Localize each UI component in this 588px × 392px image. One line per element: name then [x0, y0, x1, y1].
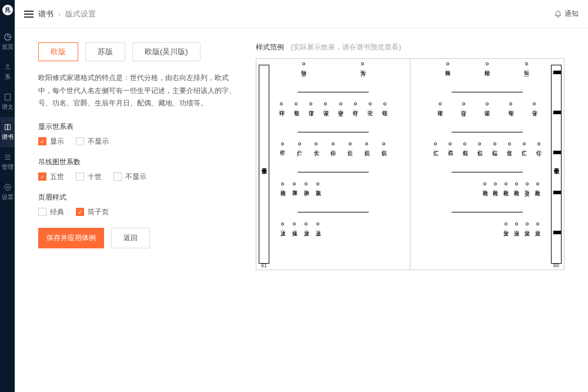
nav-label: 谱书 [2, 133, 14, 141]
checkbox-icon [113, 172, 122, 181]
menu-toggle-icon[interactable] [24, 11, 34, 18]
nav-overview[interactable]: 览页 [1, 27, 15, 57]
tree-person: 敦煌○○ [280, 182, 286, 192]
save-button[interactable]: 保存并应用体例 [38, 228, 104, 248]
format-tabs: 欧版苏版欧版(吴川版) [38, 42, 238, 61]
breadcrumb-current: 版式设置 [65, 9, 96, 19]
tree-person: 义矧○○ [524, 222, 530, 232]
preview-box: 宁公派下二十九世 知望○○知方○○守梣○○守魁○○守谋○○守诚○○守燮○○守灯○… [256, 58, 564, 270]
tree-person: 守咸○○ [437, 102, 443, 112]
tree-person: 仁大○○ [313, 142, 319, 152]
tree-person: 仁平○○ [279, 142, 285, 152]
checkbox-label: 不显示 [125, 172, 146, 182]
tree-person: 知楷○○ [485, 62, 490, 72]
tree-person: 知腾○○ [445, 62, 451, 72]
topbar: 谱书 › 版式设置 通知 [15, 0, 588, 28]
breadcrumb: 谱书 › 版式设置 [24, 9, 96, 19]
svg-point-1 [6, 65, 9, 67]
checkbox-option[interactable]: 显示 [38, 137, 64, 147]
checkbox-option[interactable]: 五世 [38, 172, 64, 182]
tree-person: 仁荫○○ [364, 142, 370, 152]
svg-point-4 [4, 184, 11, 191]
nav-label: 览页 [2, 43, 14, 51]
tree-person: 义冰○○ [280, 222, 286, 232]
tree-person: 义锋○○ [292, 222, 298, 232]
format-tab[interactable]: 欧版(吴川版) [132, 42, 201, 61]
pie-icon [4, 33, 12, 41]
page-number: 61 [261, 263, 267, 268]
tree-person: 守银○○ [508, 102, 514, 112]
tree-person: 守元○○ [367, 102, 373, 112]
format-description: 欧阳修式家谱格式的特点是：世代分格，由右向左排列，欧式中，每个世代人名左侧可有一… [38, 72, 238, 110]
tree-person: 敦梲○○ [493, 182, 499, 192]
generation-badge: 四十世 [553, 231, 562, 234]
checkbox-label: 显示 [50, 137, 64, 147]
svg-point-3 [6, 186, 9, 188]
notify-label: 通知 [564, 9, 579, 19]
settings-panel: 欧版苏版欧版(吴川版) 欧阳修式家谱格式的特点是：世代分格，由右向左排列，欧式中… [38, 42, 238, 378]
tree-person: 敦义○○ [524, 182, 530, 192]
tree-person: 仁荫○○ [381, 142, 387, 152]
nav-settings[interactable]: 设置 [1, 177, 15, 207]
tree-person: 守戚○○ [485, 102, 490, 112]
checkbox-label: 五世 [50, 172, 64, 182]
checkbox-label: 十世 [88, 172, 102, 182]
nav-text[interactable]: 谱文 [1, 87, 15, 117]
gear-icon [4, 183, 12, 191]
preview-title: 样式范例 [256, 43, 284, 51]
tree-person: 敦梲○○ [513, 182, 519, 192]
checkbox-option[interactable]: 筒子页 [76, 207, 109, 217]
nav-manage[interactable]: 管理 [1, 147, 15, 177]
checkbox-label: 经典 [50, 207, 64, 217]
option-line-count: 吊线图世系数 五世十世不显示 [38, 157, 238, 182]
nav-label: 谱文 [2, 103, 14, 111]
generation-badge: 三十七世 [553, 111, 562, 114]
tree-person: 仁汇○○ [433, 142, 439, 152]
breadcrumb-root[interactable]: 谱书 [38, 9, 54, 19]
option-show-generation: 显示世系表 显示不显示 [38, 122, 238, 147]
checkbox-option[interactable]: 十世 [76, 172, 102, 182]
tree-person: 敦伊○○ [303, 182, 309, 192]
nav-label: 系 [5, 73, 11, 81]
tree-person: 守钱○○ [382, 102, 387, 112]
breadcrumb-sep: › [58, 9, 61, 18]
preview-panel: 样式范例 (实际展示效果，请在谱书预览查看) 宁公派下二十九世 知望○○知方○○… [256, 42, 564, 378]
checkbox-label: 筒子页 [88, 207, 109, 217]
preview-hint: (实际展示效果，请在谱书预览查看) [290, 43, 401, 51]
doc-icon [4, 93, 12, 101]
checkbox-option[interactable]: 经典 [38, 207, 64, 217]
tree-person: 敦梲○○ [482, 182, 488, 192]
book-icon [4, 123, 12, 131]
tree-person: 守诚○○ [323, 102, 329, 112]
tree-person: 仁汇○○ [521, 142, 527, 152]
generation-row: 义智○○义强○○义矧○○义矧○○ [428, 222, 546, 258]
action-buttons: 保存并应用体例 返回 [38, 228, 238, 248]
page-margin-left: 宁公派下二十九世 [259, 65, 269, 264]
back-button[interactable]: 返回 [111, 228, 150, 248]
nav-book[interactable]: 谱书 [1, 117, 15, 147]
format-tab[interactable]: 欧版 [38, 42, 78, 61]
format-tab[interactable]: 苏版 [85, 42, 125, 61]
checkbox-label: 不显示 [88, 137, 109, 147]
tree-person: 仁福○○ [492, 142, 497, 152]
tree-person: 知方○○ [360, 62, 366, 72]
tree-person: 敦敞○○ [534, 182, 540, 192]
preview-page-right: 宁公派下二十七世 知腾○○知楷○○知兰○○守咸○○守容○○守戚○○守银○○守金○… [410, 59, 564, 270]
main-area: 谱书 › 版式设置 通知 欧版苏版欧版(吴川版) 欧阳修式家谱格式的特点是：世代… [15, 0, 588, 392]
notification-button[interactable]: 通知 [554, 9, 579, 19]
nav-lineage[interactable]: 系 [2, 57, 13, 87]
tree-person: 敦黑○○ [315, 182, 321, 192]
tree-person: 仁仲○○ [330, 142, 336, 152]
preview-header: 样式范例 (实际展示效果，请在谱书预览查看) [256, 42, 564, 52]
nav-label: 设置 [2, 193, 14, 201]
tree-person: 知望○○ [300, 62, 306, 72]
tree-person: 敦梲○○ [503, 182, 509, 192]
content: 欧版苏版欧版(吴川版) 欧阳修式家谱格式的特点是：世代分格，由右向左排列，欧式中… [15, 28, 588, 392]
checkbox-option[interactable]: 不显示 [76, 137, 109, 147]
checkbox-option[interactable]: 不显示 [113, 172, 146, 182]
tree-person: 守魁○○ [293, 102, 299, 112]
tree-person: 仁道○○ [506, 142, 512, 152]
option-label: 页眉样式 [38, 192, 238, 202]
tree-person: 守梣○○ [279, 102, 285, 112]
option-page-style: 页眉样式 经典筒子页 [38, 192, 238, 217]
